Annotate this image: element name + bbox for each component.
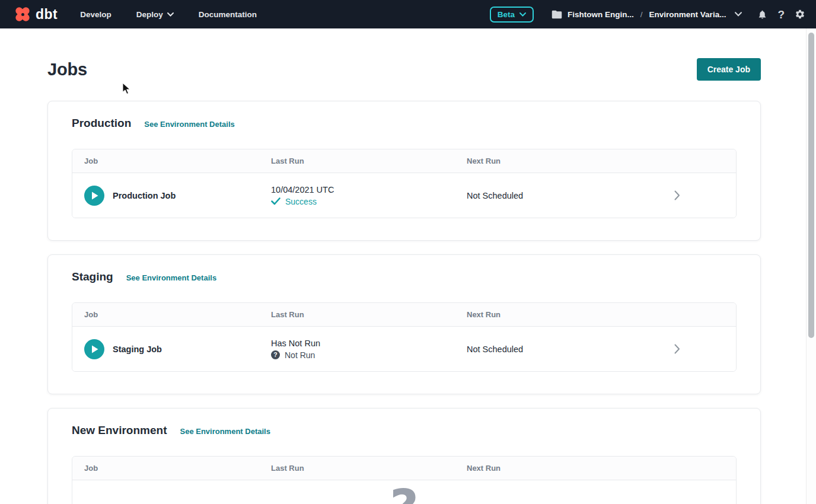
column-header-next-run: Next Run: [467, 464, 674, 473]
last-run-label: Has Not Run: [271, 339, 467, 348]
top-navbar: dbt Develop Deploy Documentation Beta Fi…: [0, 0, 816, 28]
chevron-right-icon[interactable]: [674, 344, 680, 354]
status-badge: Success: [285, 197, 317, 206]
column-header-last-run: Last Run: [271, 310, 467, 319]
column-header-last-run: Last Run: [271, 464, 467, 473]
chevron-down-icon: [519, 12, 526, 17]
breadcrumb-separator: /: [640, 10, 643, 19]
primary-nav: Develop Deploy Documentation: [80, 10, 257, 19]
breadcrumb[interactable]: Fishtown Engin... / Environment Varia...: [552, 10, 742, 19]
environment-card-production: Production See Environment Details Job L…: [47, 101, 761, 241]
beta-label: Beta: [498, 10, 515, 19]
breadcrumb-project[interactable]: Fishtown Engin...: [568, 10, 634, 19]
column-header-last-run: Last Run: [271, 157, 467, 165]
next-run-value: Not Scheduled: [467, 344, 523, 354]
scrollbar-thumb[interactable]: [808, 33, 814, 338]
run-job-play-button[interactable]: [84, 339, 104, 359]
dbt-logo[interactable]: dbt: [14, 6, 58, 23]
notifications-bell-icon[interactable]: [757, 9, 767, 20]
empty-state-question-icon: ?: [390, 481, 419, 504]
see-environment-details-link[interactable]: See Environment Details: [126, 273, 216, 282]
job-row-production[interactable]: Production Job 10/04/2021 UTC Success No…: [72, 173, 736, 218]
status-badge: Not Run: [285, 350, 315, 360]
next-run-value: Not Scheduled: [467, 191, 523, 200]
chevron-right-icon[interactable]: [674, 190, 680, 200]
brand-name: dbt: [36, 7, 58, 23]
environment-name: Staging: [72, 270, 113, 283]
run-job-play-button[interactable]: [84, 186, 104, 206]
nav-deploy[interactable]: Deploy: [136, 10, 174, 19]
beta-dropdown[interactable]: Beta: [490, 7, 534, 23]
empty-state: ?: [72, 480, 736, 504]
dbt-logo-icon: [14, 6, 31, 23]
play-icon: [91, 345, 98, 353]
page-title: Jobs: [47, 60, 87, 79]
job-name: Production Job: [113, 191, 176, 200]
folder-icon: [552, 10, 562, 19]
table-header-row: Job Last Run Next Run: [72, 457, 736, 480]
scrollbar-track[interactable]: [806, 28, 816, 504]
last-run-date: 10/04/2021 UTC: [271, 185, 467, 194]
nav-documentation[interactable]: Documentation: [199, 10, 257, 19]
nav-deploy-label: Deploy: [136, 10, 163, 19]
see-environment-details-link[interactable]: See Environment Details: [144, 120, 234, 129]
environment-card-new-environment: New Environment See Environment Details …: [47, 408, 761, 504]
environment-name: Production: [72, 117, 131, 130]
chevron-down-icon: [167, 12, 174, 17]
settings-gear-icon[interactable]: [795, 9, 805, 20]
column-header-next-run: Next Run: [467, 310, 674, 319]
jobs-table: Job Last Run Next Run Staging Job Has No…: [72, 302, 737, 372]
table-header-row: Job Last Run Next Run: [72, 303, 736, 327]
see-environment-details-link[interactable]: See Environment Details: [180, 427, 270, 436]
help-icon[interactable]: ?: [777, 9, 785, 20]
column-header-job: Job: [72, 310, 271, 319]
success-check-icon: [271, 197, 280, 205]
job-name: Staging Job: [113, 344, 162, 354]
environment-name: New Environment: [72, 424, 167, 437]
nav-develop[interactable]: Develop: [80, 10, 111, 19]
not-run-question-icon: ?: [271, 350, 280, 359]
environment-card-staging: Staging See Environment Details Job Last…: [47, 254, 761, 394]
chevron-down-icon[interactable]: [735, 12, 742, 17]
table-header-row: Job Last Run Next Run: [72, 149, 736, 173]
main-content: Jobs Create Job Production See Environme…: [0, 28, 816, 504]
jobs-table: Job Last Run Next Run ?: [72, 456, 737, 504]
play-icon: [91, 192, 98, 200]
column-header-job: Job: [72, 157, 271, 165]
job-row-staging[interactable]: Staging Job Has Not Run ? Not Run Not Sc…: [72, 327, 736, 371]
column-header-next-run: Next Run: [467, 157, 674, 165]
column-header-job: Job: [72, 464, 271, 473]
breadcrumb-page[interactable]: Environment Varia...: [649, 10, 726, 19]
jobs-table: Job Last Run Next Run Production Job 10/…: [72, 149, 737, 218]
create-job-button[interactable]: Create Job: [697, 58, 761, 81]
